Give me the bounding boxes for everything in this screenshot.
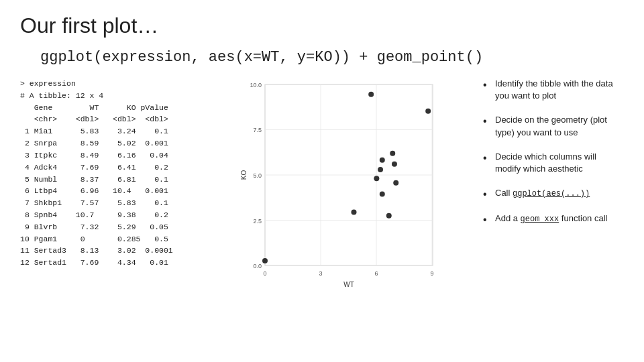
svg-point-32 <box>380 191 385 196</box>
svg-text:9: 9 <box>430 270 433 277</box>
bullet-5: • Add a geom_xxx function call <box>483 213 624 226</box>
bullet-1: • Identify the tibble with the data you … <box>483 78 624 102</box>
bullet-dot-4: • <box>483 188 491 200</box>
svg-text:WT: WT <box>343 281 354 288</box>
svg-point-23 <box>392 162 397 167</box>
plot-area: 0.0 2.5 5.0 7.5 10.0 0 3 6 9 WT KO <box>201 78 483 292</box>
svg-text:0.0: 0.0 <box>253 263 262 269</box>
svg-point-25 <box>390 151 395 156</box>
scatter-plot: 0.0 2.5 5.0 7.5 10.0 0 3 6 9 WT KO <box>238 78 446 292</box>
svg-point-21 <box>352 209 357 215</box>
bullet-dot-5: • <box>483 213 491 226</box>
code-heading: ggplot(expression, aes(x=WT, y=KO)) + ge… <box>40 49 624 66</box>
svg-point-27 <box>378 167 383 172</box>
bullet-dot-1: • <box>483 78 491 91</box>
bullet-text-1: Identify the tibble with the data you wa… <box>495 78 624 102</box>
svg-text:KO: KO <box>240 170 248 180</box>
svg-text:5.0: 5.0 <box>253 172 262 179</box>
svg-point-24 <box>380 158 385 163</box>
bullet-text-2: Decide on the geometry (plot type) you w… <box>495 114 624 138</box>
svg-text:7.5: 7.5 <box>253 127 262 133</box>
svg-text:6: 6 <box>374 270 378 277</box>
svg-point-29 <box>374 176 379 181</box>
content-area: > expression # A tibble: 12 x 4 Gene WT … <box>20 78 624 292</box>
bullet-4: • Call ggplot(aes(...)) <box>483 187 624 200</box>
svg-text:3: 3 <box>319 270 322 277</box>
svg-point-26 <box>368 92 374 97</box>
bullet-dot-3: • <box>483 152 491 164</box>
bullet-text-4: Call ggplot(aes(...)) <box>495 187 590 200</box>
svg-text:2.5: 2.5 <box>253 218 262 225</box>
svg-point-30 <box>262 258 268 263</box>
bullet-text-5: Add a geom_xxx function call <box>495 213 607 225</box>
svg-text:0: 0 <box>263 270 266 277</box>
bullets-list: • Identify the tibble with the data you … <box>483 78 624 292</box>
code-block: > expression # A tibble: 12 x 4 Gene WT … <box>20 78 201 292</box>
main-title: Our first plot… <box>20 13 624 38</box>
bullet-text-3: Decide which columns will modify which a… <box>495 151 624 175</box>
svg-point-28 <box>425 109 431 114</box>
svg-point-22 <box>393 180 398 186</box>
bullet-3: • Decide which columns will modify which… <box>483 151 624 175</box>
plot-container: 0.0 2.5 5.0 7.5 10.0 0 3 6 9 WT KO <box>238 78 446 292</box>
svg-point-31 <box>386 213 392 219</box>
bullet-2: • Decide on the geometry (plot type) you… <box>483 114 624 138</box>
bullet-dot-2: • <box>483 115 491 127</box>
page: Our first plot… ggplot(expression, aes(x… <box>0 0 644 362</box>
svg-text:10.0: 10.0 <box>250 82 262 88</box>
